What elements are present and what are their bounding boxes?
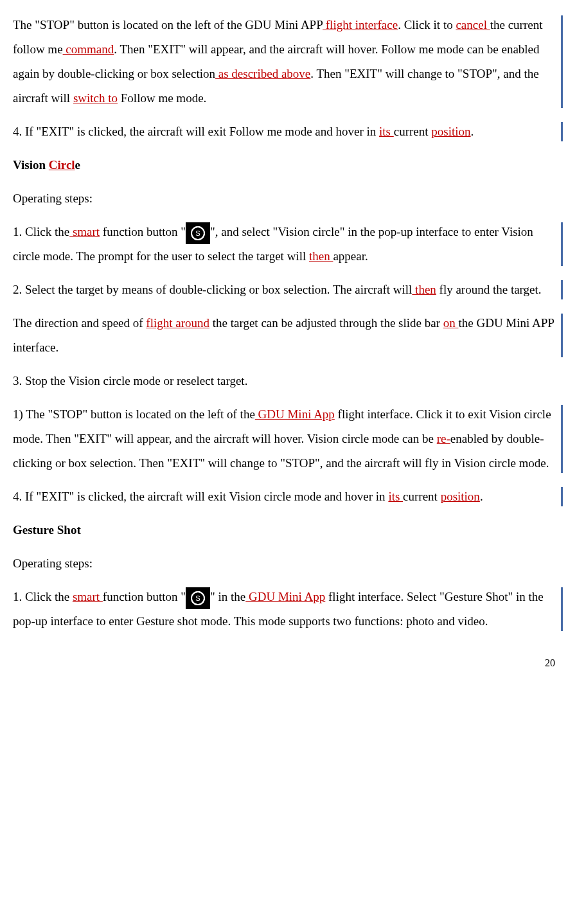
tracked-change: smart: [73, 590, 103, 603]
tracked-change: GDU Mini App: [255, 407, 335, 421]
text: 4. If "EXIT" is clicked, the aircraft wi…: [13, 125, 379, 138]
tracked-change: flight interface: [323, 18, 398, 31]
text: current: [394, 125, 432, 138]
paragraph-stop-vision: 1) The "STOP" button is located on the l…: [13, 402, 555, 475]
paragraph-step2-vision: 2. Select the target by means of double-…: [13, 278, 555, 302]
tracked-change: position: [441, 490, 480, 503]
smart-function-icon: S: [186, 222, 210, 244]
tracked-change: its: [379, 125, 394, 138]
tracked-change: as described above: [215, 67, 310, 80]
paragraph-step3-vision: 3. Stop the Vision circle mode or resele…: [13, 369, 555, 393]
paragraph-direction-speed: The direction and speed of flight around…: [13, 311, 555, 360]
text: .: [480, 490, 483, 503]
paragraph-exit-follow: 4. If "EXIT" is clicked, the aircraft wi…: [13, 120, 555, 144]
tracked-change: switch to: [73, 91, 118, 105]
svg-text:S: S: [195, 594, 200, 602]
text: mode. The prompt for the user to select …: [40, 249, 309, 263]
tracked-change: then: [309, 249, 333, 263]
text: Vision: [13, 158, 49, 172]
paragraph-operating-steps-2: Operating steps:: [13, 551, 555, 576]
text: .: [471, 125, 474, 138]
tracked-change: cancel: [456, 18, 490, 31]
page-number: 20: [13, 653, 555, 673]
paragraph-step1-gesture: 1. Click the smart function button "S" i…: [13, 585, 555, 634]
paragraph-stop-button: The "STOP" button is located on the left…: [13, 13, 555, 111]
tracked-change: Circl: [49, 158, 75, 172]
tracked-change: flight around: [146, 316, 209, 330]
paragraph-operating-steps: Operating steps:: [13, 186, 555, 211]
text: e: [75, 158, 80, 172]
text: fly around the target.: [436, 283, 542, 296]
tracked-change: command: [63, 42, 114, 56]
text: 1) The "STOP" button is located on the l…: [13, 407, 255, 421]
svg-text:S: S: [195, 229, 200, 237]
text: 1. Click the: [13, 225, 69, 238]
text: 1. Click the: [13, 590, 73, 603]
text: 2. Select the target by means of double-…: [13, 283, 412, 296]
tracked-change: smart: [69, 225, 100, 238]
smart-function-icon: S: [186, 587, 210, 609]
tracked-change: its: [388, 490, 403, 503]
text: 4. If "EXIT" is clicked, the aircraft wi…: [13, 490, 388, 503]
text: The direction and speed of: [13, 316, 146, 330]
text: function button ": [103, 590, 186, 603]
text: The "STOP" button is located on the left…: [13, 18, 323, 31]
tracked-change: then: [412, 283, 436, 296]
text: current: [403, 490, 441, 503]
paragraph-exit-vision: 4. If "EXIT" is clicked, the aircraft wi…: [13, 484, 555, 509]
text: Follow me mode.: [118, 91, 206, 105]
paragraph-step1-vision: 1. Click the smart function button "S", …: [13, 220, 555, 269]
heading-vision-circle: Vision Circle: [13, 153, 555, 177]
tracked-change: position: [431, 125, 470, 138]
tracked-change: on: [443, 316, 459, 330]
heading-gesture-shot: Gesture Shot: [13, 518, 555, 542]
text: function button ": [100, 225, 186, 238]
text: . Click it to: [398, 18, 456, 31]
text: the target can be adjusted through the s…: [209, 316, 443, 330]
text: " in the: [210, 590, 245, 603]
tracked-change: re-: [437, 432, 450, 445]
text: appear.: [333, 249, 368, 263]
tracked-change: GDU Mini App: [245, 590, 325, 603]
